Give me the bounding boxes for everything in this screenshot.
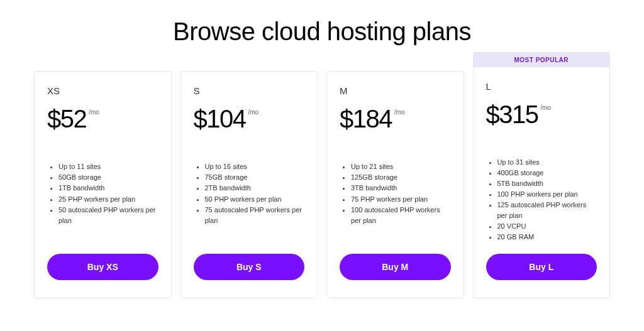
plan-feature: 2TB bandwidth (205, 183, 305, 193)
plan-feature: 20 VCPU (497, 221, 597, 232)
plan-name: M (340, 85, 451, 96)
plan-features: Up to 11 sites50GB storage1TB bandwidth2… (47, 161, 158, 242)
plan-feature: 75 autoscaled PHP workers per plan (205, 205, 305, 226)
plan-feature: 75GB storage (205, 172, 305, 183)
plan-feature: 50 autoscaled PHP workers per plan (58, 205, 158, 226)
buy-button-s[interactable]: Buy S (194, 254, 305, 280)
plan-price: $184 (340, 106, 392, 131)
plan-feature: 25 PHP workers per plan (58, 194, 158, 205)
plan-feature: 50 PHP workers per plan (205, 194, 305, 205)
plan-feature: Up to 16 sites (205, 161, 305, 172)
plan-feature: 75 PHP workers per plan (351, 194, 451, 205)
buy-button-xs[interactable]: Buy XS (47, 254, 158, 280)
plan-feature: 125GB storage (351, 172, 451, 183)
plan-feature: 100 PHP workers per plan (497, 189, 597, 200)
plan-price-period: /mo (394, 109, 405, 116)
plan-feature: 50GB storage (58, 172, 158, 183)
plan-card-s: S$104/moUp to 16 sites75GB storage2TB ba… (180, 71, 318, 298)
plan-feature: Up to 31 sites (497, 157, 597, 168)
plan-feature: Up to 11 sites (58, 161, 158, 172)
price-row: $52/mo (47, 106, 158, 131)
plan-features: Up to 31 sites400GB storage5TB bandwidth… (486, 157, 597, 242)
most-popular-badge: MOST POPULAR (473, 52, 611, 67)
plan-price: $315 (486, 102, 538, 127)
plan-price-period: /mo (89, 109, 99, 116)
plan-feature: 20 GB RAM (497, 232, 597, 242)
price-row: $104/mo (194, 106, 305, 131)
plan-card-l: MOST POPULARL$315/moUp to 31 sites400GB … (473, 67, 611, 298)
plan-name: S (194, 85, 305, 96)
plan-price: $104 (194, 106, 246, 131)
plan-feature: 1TB bandwidth (58, 183, 158, 193)
plan-feature: 125 autoscaled PHP workers per plan (497, 200, 597, 221)
plan-price-period: /mo (248, 109, 258, 116)
plan-card-xs: XS$52/moUp to 11 sites50GB storage1TB ba… (34, 71, 172, 298)
plan-feature: 100 autoscaled PHP workers per plan (351, 205, 451, 226)
plan-name: L (486, 81, 597, 92)
price-row: $315/mo (486, 102, 597, 127)
plan-feature: 3TB bandwidth (351, 183, 451, 193)
plan-price: $52 (47, 106, 86, 131)
plan-feature: Up to 21 sites (351, 161, 451, 172)
plan-feature: 400GB storage (497, 168, 597, 178)
plan-features: Up to 21 sites125GB storage3TB bandwidth… (340, 161, 451, 242)
buy-button-l[interactable]: Buy L (486, 254, 597, 280)
plan-card-m: M$184/moUp to 21 sites125GB storage3TB b… (326, 71, 464, 298)
plan-price-period: /mo (540, 104, 551, 111)
buy-button-m[interactable]: Buy M (340, 254, 451, 280)
plans-row: XS$52/moUp to 11 sites50GB storage1TB ba… (0, 67, 644, 298)
plan-features: Up to 16 sites75GB storage2TB bandwidth5… (194, 161, 305, 242)
price-row: $184/mo (340, 106, 451, 131)
plan-feature: 5TB bandwidth (497, 178, 597, 189)
plan-name: XS (47, 85, 158, 96)
